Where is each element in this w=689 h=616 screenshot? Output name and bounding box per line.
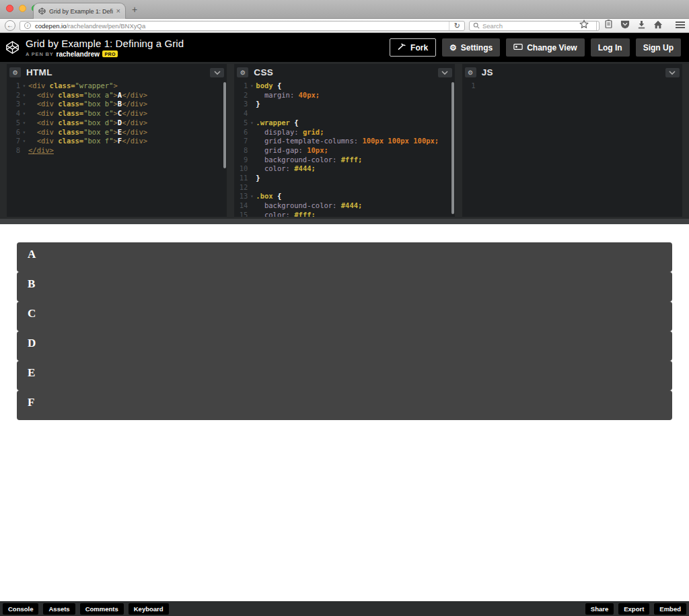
url-field[interactable]: i codepen.io /rachelandrew/pen/BNXyQa ↻ bbox=[20, 21, 465, 31]
line-number: 4 bbox=[7, 109, 20, 118]
fork-icon bbox=[398, 43, 406, 53]
line-number: 5 bbox=[7, 118, 20, 128]
code-line: 14 background-color: #444; bbox=[234, 201, 454, 211]
search-icon bbox=[473, 20, 480, 32]
code-line: 2▾ <div class="box a">A</div> bbox=[7, 91, 227, 100]
fork-button[interactable]: Fork bbox=[390, 38, 436, 57]
fold-gutter bbox=[20, 146, 28, 156]
pro-badge: PRO bbox=[102, 50, 118, 57]
log-in-button[interactable]: Log In bbox=[591, 38, 630, 57]
fold-gutter bbox=[248, 164, 256, 174]
line-number: 4 bbox=[234, 109, 248, 118]
console-button[interactable]: Console bbox=[3, 603, 38, 615]
preview-box-label: D bbox=[28, 337, 36, 350]
html-collapse-chevron-icon[interactable] bbox=[210, 68, 224, 77]
code-line: 6 display: grid; bbox=[234, 128, 454, 137]
preview-box-f: F bbox=[17, 390, 672, 420]
browser-tab[interactable]: Grid by Example 1: Defining... × bbox=[33, 3, 126, 19]
change-view-button[interactable]: Change View bbox=[506, 38, 584, 57]
line-number: 5 bbox=[234, 118, 248, 128]
back-button[interactable]: ← bbox=[5, 20, 15, 31]
comments-button[interactable]: Comments bbox=[80, 603, 124, 615]
footer-right-buttons: ShareExportEmbed bbox=[585, 603, 686, 615]
export-button[interactable]: Export bbox=[618, 603, 649, 615]
fold-arrow-icon[interactable]: ▾ bbox=[248, 81, 256, 91]
fold-arrow-icon[interactable]: ▾ bbox=[20, 109, 28, 118]
css-editor-panel: ⚙ CSS 1▾body {2 margin: 40px;3}45▾.wrapp… bbox=[234, 64, 454, 217]
keyboard-button[interactable]: Keyboard bbox=[129, 603, 169, 615]
fold-gutter bbox=[248, 109, 256, 118]
fold-arrow-icon[interactable]: ▾ bbox=[20, 128, 28, 137]
line-number: 6 bbox=[234, 128, 248, 137]
fold-arrow-icon[interactable]: ▾ bbox=[20, 118, 28, 128]
preview-box-d: D bbox=[17, 331, 672, 361]
code-line: 1▾body { bbox=[234, 81, 454, 91]
line-number: 14 bbox=[234, 201, 248, 211]
preview-box-b: B bbox=[17, 272, 672, 302]
fold-gutter bbox=[248, 156, 256, 165]
fold-arrow-icon[interactable]: ▾ bbox=[248, 118, 256, 128]
line-number: 7 bbox=[234, 137, 248, 146]
change-view-icon bbox=[513, 43, 523, 53]
fold-gutter bbox=[248, 128, 256, 137]
reload-icon[interactable]: ↻ bbox=[449, 22, 462, 30]
pocket-icon[interactable] bbox=[620, 20, 630, 32]
html-settings-gear-icon[interactable]: ⚙ bbox=[9, 67, 21, 77]
fold-arrow-icon[interactable]: ▾ bbox=[20, 81, 28, 91]
code-line: 6▾ <div class="box e">E</div> bbox=[7, 128, 227, 137]
code-line: 13▾.box { bbox=[234, 192, 454, 201]
css-settings-gear-icon[interactable]: ⚙ bbox=[237, 67, 248, 77]
browser-toolbar: ← i codepen.io /rachelandrew/pen/BNXyQa … bbox=[0, 19, 689, 33]
line-number: 15 bbox=[234, 211, 248, 217]
preview-box-label: E bbox=[28, 366, 35, 380]
settings-button[interactable]: ⚙ Settings bbox=[442, 38, 500, 57]
line-number: 9 bbox=[234, 156, 248, 165]
css-code-editor[interactable]: 1▾body {2 margin: 40px;3}45▾.wrapper {6 … bbox=[234, 81, 454, 217]
fold-arrow-icon[interactable]: ▾ bbox=[20, 137, 28, 146]
line-number: 7 bbox=[7, 137, 20, 146]
footer-left-buttons: ConsoleAssetsCommentsKeyboard bbox=[3, 603, 169, 615]
site-info-icon[interactable]: i bbox=[24, 22, 31, 29]
js-panel-title: JS bbox=[482, 67, 493, 77]
tab-close-icon[interactable]: × bbox=[116, 7, 120, 15]
downloads-icon[interactable] bbox=[637, 20, 646, 32]
embed-button[interactable]: Embed bbox=[654, 603, 686, 615]
fold-arrow-icon[interactable]: ▾ bbox=[20, 91, 28, 100]
bookmarks-menu-icon[interactable] bbox=[604, 20, 613, 32]
new-tab-button[interactable]: + bbox=[132, 4, 137, 15]
line-number: 6 bbox=[7, 128, 20, 137]
fold-gutter bbox=[248, 146, 256, 156]
js-settings-gear-icon[interactable]: ⚙ bbox=[465, 67, 476, 77]
line-number: 1 bbox=[234, 81, 248, 91]
preview-box-label: A bbox=[28, 248, 36, 261]
code-line: 8</div> bbox=[7, 146, 227, 156]
codepen-logo-icon[interactable] bbox=[5, 40, 20, 55]
menu-hamburger-icon[interactable] bbox=[676, 20, 685, 32]
fold-arrow-icon[interactable]: ▾ bbox=[20, 100, 28, 109]
css-collapse-chevron-icon[interactable] bbox=[438, 68, 452, 77]
pen-title: Grid by Example 1: Defining a Grid bbox=[26, 38, 184, 49]
css-scrollbar[interactable] bbox=[451, 82, 454, 214]
pen-by-label: A PEN BY bbox=[26, 51, 54, 57]
html-panel-title: HTML bbox=[26, 67, 52, 77]
html-code-editor[interactable]: 1▾<div class="wrapper">2▾ <div class="bo… bbox=[7, 81, 227, 156]
js-collapse-chevron-icon[interactable] bbox=[665, 68, 680, 77]
fold-gutter bbox=[248, 201, 256, 211]
tab-title: Grid by Example 1: Defining... bbox=[49, 8, 113, 15]
js-code-editor[interactable]: 1 bbox=[462, 81, 682, 91]
pen-author-link[interactable]: rachelandrew bbox=[57, 50, 100, 58]
minimize-window-button[interactable] bbox=[19, 5, 26, 12]
assets-button[interactable]: Assets bbox=[43, 603, 75, 615]
sign-up-button[interactable]: Sign Up bbox=[636, 38, 681, 57]
close-window-button[interactable] bbox=[6, 5, 13, 12]
preview-box-c: C bbox=[17, 302, 672, 331]
share-button[interactable]: Share bbox=[585, 603, 614, 615]
html-scrollbar[interactable] bbox=[223, 82, 226, 168]
search-input[interactable] bbox=[482, 22, 583, 30]
home-icon[interactable] bbox=[653, 20, 663, 32]
fold-arrow-icon[interactable]: ▾ bbox=[248, 192, 256, 201]
bookmark-star-icon[interactable] bbox=[579, 20, 589, 32]
fold-gutter bbox=[248, 91, 256, 100]
line-number: 1 bbox=[7, 81, 20, 91]
code-line: 11} bbox=[234, 174, 454, 183]
